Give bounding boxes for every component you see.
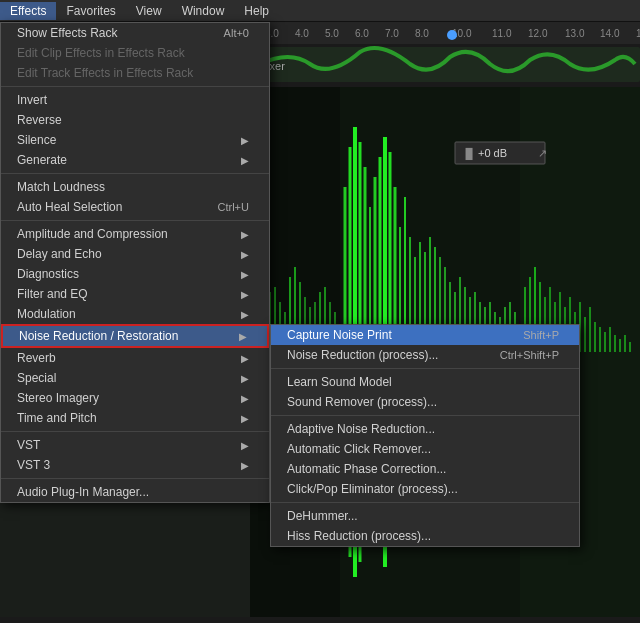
- svg-text:14.0: 14.0: [600, 28, 620, 39]
- menu-match-loudness[interactable]: Match Loudness: [1, 177, 269, 197]
- menu-diagnostics[interactable]: Diagnostics ▶: [1, 264, 269, 284]
- menu-delay-echo[interactable]: Delay and Echo ▶: [1, 244, 269, 264]
- menu-audio-plugin-manager[interactable]: Audio Plug-In Manager...: [1, 482, 269, 502]
- noise-reduction-submenu: Capture Noise Print Shift+P Noise Reduct…: [270, 324, 580, 547]
- menu-time-pitch[interactable]: Time and Pitch ▶: [1, 408, 269, 428]
- svg-text:4.0: 4.0: [295, 28, 309, 39]
- separator-5: [1, 478, 269, 479]
- noise-reduction-container: Noise Reduction / Restoration ▶ Capture …: [1, 324, 269, 348]
- svg-text:11.0: 11.0: [492, 28, 512, 39]
- submenu-sound-remover[interactable]: Sound Remover (process)...: [271, 392, 579, 412]
- menubar-help[interactable]: Help: [234, 2, 279, 20]
- svg-text:13.0: 13.0: [565, 28, 585, 39]
- menu-edit-track-effects: Edit Track Effects in Effects Rack: [1, 63, 269, 83]
- menubar-effects[interactable]: Effects: [0, 2, 56, 20]
- vst3-arrow-icon: ▶: [241, 460, 249, 471]
- vst-arrow-icon: ▶: [241, 440, 249, 451]
- menu-reverb[interactable]: Reverb ▶: [1, 348, 269, 368]
- time-pitch-arrow-icon: ▶: [241, 413, 249, 424]
- menu-silence[interactable]: Silence ▶: [1, 130, 269, 150]
- svg-text:12.0: 12.0: [528, 28, 548, 39]
- noise-reduction-arrow-icon: ▶: [239, 331, 247, 342]
- submenu-click-pop[interactable]: Click/Pop Eliminator (process)...: [271, 479, 579, 499]
- filter-arrow-icon: ▶: [241, 289, 249, 300]
- menubar-view[interactable]: View: [126, 2, 172, 20]
- diagnostics-arrow-icon: ▶: [241, 269, 249, 280]
- menu-auto-heal[interactable]: Auto Heal Selection Ctrl+U: [1, 197, 269, 217]
- menu-show-effects-rack[interactable]: Show Effects Rack Alt+0: [1, 23, 269, 43]
- separator-3: [1, 220, 269, 221]
- svg-text:6.0: 6.0: [355, 28, 369, 39]
- menubar-favorites[interactable]: Favorites: [56, 2, 125, 20]
- menubar-window[interactable]: Window: [172, 2, 235, 20]
- menu-invert[interactable]: Invert: [1, 90, 269, 110]
- submenu-phase-correction[interactable]: Automatic Phase Correction...: [271, 459, 579, 479]
- menu-vst[interactable]: VST ▶: [1, 435, 269, 455]
- submenu-separator-2: [271, 415, 579, 416]
- menu-noise-reduction[interactable]: Noise Reduction / Restoration ▶: [1, 324, 269, 348]
- menu-filter-eq[interactable]: Filter and EQ ▶: [1, 284, 269, 304]
- submenu-learn-sound[interactable]: Learn Sound Model: [271, 372, 579, 392]
- svg-text:+0 dB: +0 dB: [478, 147, 507, 159]
- separator-4: [1, 431, 269, 432]
- menu-amplitude[interactable]: Amplitude and Compression ▶: [1, 224, 269, 244]
- submenu-noise-reduction-process[interactable]: Noise Reduction (process)... Ctrl+Shift+…: [271, 345, 579, 365]
- effects-menu: Show Effects Rack Alt+0 Edit Clip Effect…: [0, 22, 270, 503]
- menu-vst3[interactable]: VST 3 ▶: [1, 455, 269, 475]
- svg-text:5.0: 5.0: [325, 28, 339, 39]
- submenu-adaptive-noise[interactable]: Adaptive Noise Reduction...: [271, 419, 579, 439]
- submenu-hiss-reduction[interactable]: Hiss Reduction (process)...: [271, 526, 579, 546]
- reverb-arrow-icon: ▶: [241, 353, 249, 364]
- silence-arrow-icon: ▶: [241, 135, 249, 146]
- menu-generate[interactable]: Generate ▶: [1, 150, 269, 170]
- menu-modulation[interactable]: Modulation ▶: [1, 304, 269, 324]
- submenu-capture-noise[interactable]: Capture Noise Print Shift+P: [271, 325, 579, 345]
- svg-text:↗: ↗: [538, 147, 547, 159]
- menu-edit-clip-effects: Edit Clip Effects in Effects Rack: [1, 43, 269, 63]
- modulation-arrow-icon: ▶: [241, 309, 249, 320]
- menu-special[interactable]: Special ▶: [1, 368, 269, 388]
- submenu-separator-1: [271, 368, 579, 369]
- svg-point-13: [447, 30, 457, 40]
- special-arrow-icon: ▶: [241, 373, 249, 384]
- submenu-click-remover[interactable]: Automatic Click Remover...: [271, 439, 579, 459]
- svg-text:15.0: 15.0: [636, 28, 640, 39]
- delay-arrow-icon: ▶: [241, 249, 249, 260]
- svg-text:▐▌: ▐▌: [462, 147, 476, 161]
- menubar: Effects Favorites View Window Help: [0, 0, 640, 22]
- submenu-dehummer[interactable]: DeHummer...: [271, 506, 579, 526]
- stereo-arrow-icon: ▶: [241, 393, 249, 404]
- menu-reverse[interactable]: Reverse: [1, 110, 269, 130]
- menu-stereo[interactable]: Stereo Imagery ▶: [1, 388, 269, 408]
- separator-1: [1, 86, 269, 87]
- separator-2: [1, 173, 269, 174]
- svg-text:8.0: 8.0: [415, 28, 429, 39]
- amplitude-arrow-icon: ▶: [241, 229, 249, 240]
- generate-arrow-icon: ▶: [241, 155, 249, 166]
- svg-text:7.0: 7.0: [385, 28, 399, 39]
- submenu-separator-3: [271, 502, 579, 503]
